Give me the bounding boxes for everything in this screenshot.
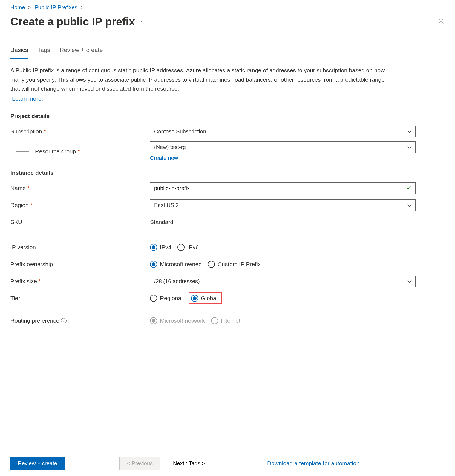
required-marker: * xyxy=(44,128,46,135)
label-sku: SKU xyxy=(10,219,22,225)
label-resource-group: Resource group xyxy=(35,148,76,155)
tabs: Basics Tags Review + create xyxy=(10,47,444,59)
required-marker: * xyxy=(77,148,80,155)
info-icon[interactable]: i xyxy=(61,318,67,323)
label-region: Region xyxy=(10,202,29,208)
section-instance-details: Instance details xyxy=(10,170,444,176)
tab-basics[interactable]: Basics xyxy=(10,47,28,59)
page-title: Create a public IP prefix xyxy=(10,16,135,28)
label-prefix-size: Prefix size xyxy=(10,278,37,285)
label-subscription: Subscription xyxy=(10,128,42,135)
label-ip-version: IP version xyxy=(10,244,36,251)
learn-more-link[interactable]: Learn more. xyxy=(12,94,43,103)
required-marker: * xyxy=(30,202,33,208)
label-name: Name xyxy=(10,185,26,191)
breadcrumb-sep: > xyxy=(28,4,31,10)
breadcrumb: Home > Public IP Prefixes > xyxy=(10,4,444,11)
radio-global[interactable]: Global xyxy=(191,295,218,302)
radio-regional[interactable]: Regional xyxy=(150,295,183,302)
label-routing-preference: Routing preference xyxy=(10,317,59,324)
sku-value: Standard xyxy=(150,219,416,225)
description-text: A Public IP prefix is a range of contigu… xyxy=(10,66,394,103)
breadcrumb-prefixes[interactable]: Public IP Prefixes xyxy=(34,4,77,10)
name-input[interactable] xyxy=(150,182,416,194)
radio-custom-ip-prefix[interactable]: Custom IP Prefix xyxy=(208,261,261,268)
radio-microsoft-owned[interactable]: Microsoft owned xyxy=(150,261,202,268)
section-project-details: Project details xyxy=(10,113,444,119)
prefix-size-select[interactable]: /28 (16 addresses) xyxy=(150,276,416,287)
resource-group-select[interactable]: (New) test-rg xyxy=(150,141,416,153)
create-new-link[interactable]: Create new xyxy=(150,155,178,161)
label-tier: Tier xyxy=(10,295,20,302)
required-marker: * xyxy=(27,185,30,191)
label-prefix-ownership: Prefix ownership xyxy=(10,261,53,268)
highlight-global: Global xyxy=(189,292,222,304)
required-marker: * xyxy=(39,278,41,285)
tab-review[interactable]: Review + create xyxy=(59,47,103,59)
radio-microsoft-network: Microsoft network xyxy=(150,317,205,324)
close-icon[interactable] xyxy=(438,18,444,26)
radio-internet: Internet xyxy=(211,317,240,324)
check-icon xyxy=(406,185,412,191)
subscription-select[interactable]: Contoso Subscription xyxy=(150,126,416,137)
more-icon[interactable]: ··· xyxy=(140,19,146,25)
radio-ipv4[interactable]: IPv4 xyxy=(150,244,171,251)
region-select[interactable]: East US 2 xyxy=(150,199,416,211)
breadcrumb-home[interactable]: Home xyxy=(10,4,25,10)
tab-tags[interactable]: Tags xyxy=(38,47,50,59)
radio-ipv6[interactable]: IPv6 xyxy=(177,244,199,251)
breadcrumb-sep: > xyxy=(80,4,84,10)
